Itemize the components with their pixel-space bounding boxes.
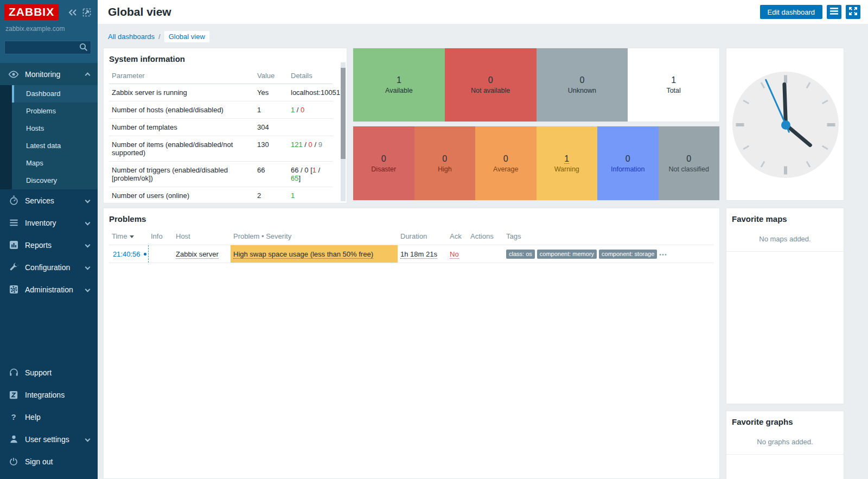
question-icon: ?	[7, 412, 20, 421]
cell-label: Available	[385, 87, 413, 94]
sidebar-item-maps[interactable]: Maps	[12, 155, 98, 172]
power-icon	[7, 457, 20, 467]
sidebar-item-services[interactable]: Services	[0, 189, 98, 212]
ack-link[interactable]: No	[450, 250, 459, 259]
clock-tick	[827, 123, 835, 126]
duration-link[interactable]: 1h 18m 21s	[400, 250, 437, 259]
column-header-info[interactable]: Info	[148, 228, 173, 245]
zabbix-logo[interactable]: ZABBIX	[4, 4, 59, 20]
sidebar-section-administration: Administration	[0, 278, 98, 301]
problem-time-link[interactable]: 21:40:56	[109, 245, 148, 263]
kiosk-mode-icon[interactable]	[82, 8, 91, 17]
clock-tick	[736, 123, 744, 126]
cell-label: Disaster	[371, 165, 396, 173]
severity-cell-high: 0High	[414, 126, 476, 200]
clock-center-pin	[781, 120, 790, 130]
host-availability-widget: 1Available0Not available0Unknown1Total	[353, 48, 720, 122]
z-square-icon	[7, 390, 20, 400]
chevron-up-icon	[85, 73, 91, 78]
problem-info-cell	[148, 245, 173, 263]
value-cell: 66	[254, 162, 288, 187]
main-area: Global view Edit dashboard All dashboard…	[98, 0, 868, 479]
sidebar-item-support[interactable]: Support	[0, 361, 98, 384]
sidebar-item-dashboard[interactable]: Dashboard	[12, 85, 98, 103]
tag-badge[interactable]: component: storage	[599, 250, 657, 259]
sidebar-item-hosts[interactable]: Hosts	[12, 120, 98, 137]
column-header-ack[interactable]: Ack	[447, 228, 468, 245]
host-link[interactable]: Zabbix server	[176, 250, 219, 259]
details-cell: 1 / 0	[288, 101, 333, 119]
table-row: Number of users (online)21	[109, 187, 333, 204]
count: 1	[397, 75, 401, 85]
availability-cell-not-available: 0Not available	[445, 48, 537, 122]
favorite-graphs-empty-text: No graphs added.	[726, 431, 844, 455]
availability-cell-available: 1Available	[353, 48, 445, 122]
sidebar-item-reports[interactable]: Reports	[0, 234, 98, 256]
clock-tick	[822, 145, 828, 150]
problems-table: TimeInfoHostProblem • SeverityDurationAc…	[109, 228, 714, 263]
server-name: zabbix.example.com	[5, 25, 92, 33]
severity-cell-disaster: 0Disaster	[353, 126, 414, 200]
sidebar-section-services: Services	[0, 189, 98, 212]
details-cell: 1	[288, 187, 333, 204]
stopwatch-icon	[7, 195, 20, 206]
main-menu: Monitoring DashboardProblemsHostsLatest …	[0, 63, 98, 301]
cell-label: Warning	[554, 165, 579, 173]
clock-tick	[784, 167, 787, 175]
collapse-sidebar-icon[interactable]	[68, 9, 77, 16]
sidebar-item-discovery[interactable]: Discovery	[12, 172, 98, 189]
dashboard-menu-button[interactable]	[827, 5, 841, 19]
scrollbar-thumb[interactable]	[341, 68, 346, 159]
sidebar-item-sign-out[interactable]: Sign out	[0, 450, 98, 472]
column-header-time[interactable]: Time	[109, 228, 148, 245]
column-header-actions[interactable]: Actions	[468, 228, 503, 245]
chevron-down-icon	[85, 242, 91, 248]
sidebar-item-monitoring[interactable]: Monitoring	[0, 63, 98, 85]
fullscreen-button[interactable]	[846, 5, 860, 19]
count: 0	[686, 154, 691, 164]
column-header-duration[interactable]: Duration	[398, 228, 447, 245]
tag-badge[interactable]: component: memory	[537, 250, 597, 259]
sidebar-item-problems[interactable]: Problems	[12, 103, 98, 120]
list-icon	[7, 218, 20, 228]
favorite-maps-widget: Favorite maps No maps added.	[726, 208, 844, 404]
sidebar-item-help[interactable]: ? Help	[0, 406, 98, 428]
scrollbar-track[interactable]	[341, 62, 346, 201]
breadcrumb-separator: /	[158, 33, 161, 41]
sidebar-item-configuration[interactable]: Configuration	[0, 256, 98, 278]
sidebar-item-user-settings[interactable]: User settings	[0, 428, 98, 450]
count: 0	[626, 154, 630, 164]
edit-dashboard-button[interactable]: Edit dashboard	[760, 5, 822, 19]
column-header-problem-severity[interactable]: Problem • Severity	[231, 228, 398, 245]
value-cell: Yes	[254, 84, 288, 101]
search-input[interactable]	[4, 41, 91, 54]
cell-label: Total	[666, 87, 680, 94]
column-header-host[interactable]: Host	[173, 228, 231, 245]
widget-title-system-information: System information	[109, 54, 341, 63]
sidebar-item-latest-data[interactable]: Latest data	[12, 137, 98, 155]
search-icon[interactable]	[79, 43, 88, 54]
breadcrumb-current[interactable]: Global view	[164, 31, 209, 42]
page-title: Global view	[108, 5, 171, 18]
sidebar-item-integrations[interactable]: Integrations	[0, 384, 98, 406]
dashboard-content: All dashboards / Global view System info…	[98, 24, 868, 479]
tag-badge[interactable]: class: os	[506, 250, 535, 259]
count: 0	[503, 154, 508, 164]
wrench-icon	[7, 262, 20, 272]
sidebar-section-configuration: Configuration	[0, 256, 98, 278]
sidebar-item-administration[interactable]: Administration	[0, 278, 98, 301]
count[interactable]: 1	[564, 154, 569, 164]
value-cell: 130	[254, 136, 288, 162]
count-link[interactable]: 1	[564, 154, 569, 164]
search-box	[4, 41, 92, 54]
problem-actions-cell	[468, 245, 503, 263]
widget-title-favorite-maps: Favorite maps	[732, 214, 838, 223]
problem-link[interactable]: High swap space usage (less than 50% fre…	[233, 250, 373, 259]
table-row: Number of triggers (enabled/disabled [pr…	[109, 162, 333, 187]
breadcrumb-all-dashboards[interactable]: All dashboards	[108, 33, 155, 41]
column-header-tags[interactable]: Tags	[503, 228, 714, 245]
severity-cell-not-classified: 0Not classified	[659, 126, 720, 200]
more-tags-link[interactable]: •••	[659, 251, 667, 257]
sidebar-item-inventory[interactable]: Inventory	[0, 212, 98, 234]
chevron-down-icon	[85, 265, 91, 270]
